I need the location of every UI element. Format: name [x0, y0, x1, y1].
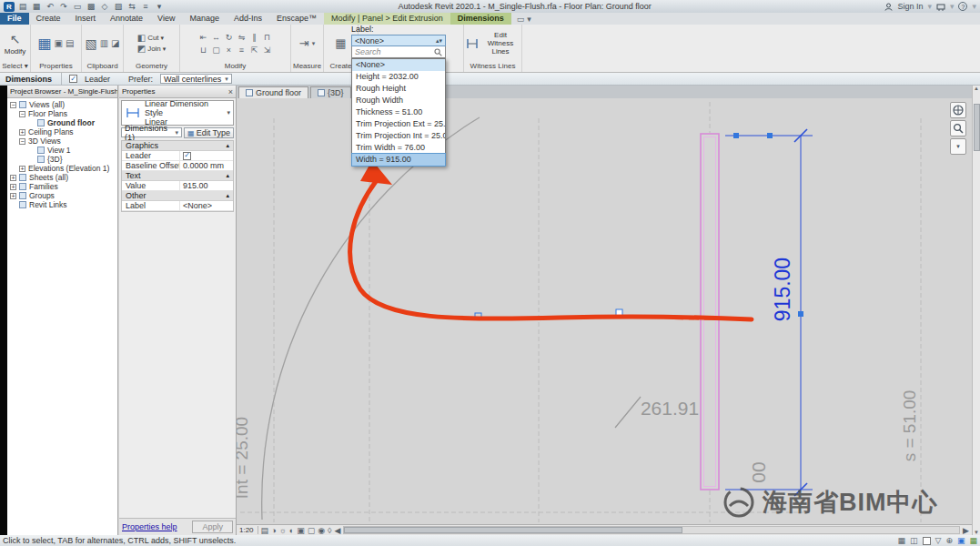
- tree-item-3d[interactable]: {3D}: [7, 155, 117, 164]
- navigation-options-button[interactable]: ▾: [950, 138, 966, 155]
- view-tab-ground-floor[interactable]: Ground floor: [238, 86, 308, 98]
- reveal-hidden-icon[interactable]: ◊: [328, 526, 331, 535]
- save-icon[interactable]: ▦: [31, 2, 42, 12]
- apply-button[interactable]: Apply: [192, 521, 233, 533]
- visual-style-icon[interactable]: ◑: [271, 526, 276, 535]
- tag-icon[interactable]: ◇: [99, 2, 110, 12]
- tree-item-revit-links[interactable]: Revit Links: [7, 200, 117, 209]
- move-icon[interactable]: ↔: [210, 31, 222, 43]
- baseline-offset-value[interactable]: 0.0000 mm: [180, 161, 233, 170]
- delete-icon[interactable]: ×: [223, 44, 235, 56]
- dropdown-item-rough-height[interactable]: Rough Height: [352, 83, 445, 95]
- dropdown-item-width[interactable]: Width = 915.00: [352, 154, 445, 166]
- drawing-area[interactable]: [237, 98, 972, 524]
- panel-label-clipboard[interactable]: Clipboard: [82, 62, 123, 72]
- close-icon[interactable]: ×: [228, 87, 233, 96]
- dropdown-item-thickness[interactable]: Thickness = 51.00: [352, 106, 445, 118]
- crop-view-icon[interactable]: ▣: [297, 526, 305, 535]
- caret-icon[interactable]: ▾: [950, 2, 955, 11]
- ribbon-collapse-icon[interactable]: ▾: [527, 15, 531, 24]
- tree-item-floor-plans[interactable]: −Floor Plans: [7, 109, 117, 118]
- open-icon[interactable]: ▤: [17, 2, 28, 12]
- panel-label-properties[interactable]: Properties: [31, 62, 81, 72]
- snap-toggle-icon[interactable]: ▦: [969, 536, 977, 545]
- 3d-view-icon[interactable]: ▨: [113, 2, 124, 12]
- detail-level-icon[interactable]: ▤: [261, 526, 269, 535]
- mirror-icon[interactable]: ⇋: [236, 31, 248, 43]
- tab-enscape[interactable]: Enscape™: [269, 13, 324, 25]
- scrollbar-thumb[interactable]: [974, 104, 980, 151]
- shadows-icon[interactable]: ◐: [289, 526, 294, 535]
- tab-insert[interactable]: Insert: [68, 13, 104, 25]
- dropdown-item-trim-int[interactable]: Trim Projection Int = 25.00: [352, 130, 445, 142]
- rotate-icon[interactable]: ↻: [223, 31, 235, 43]
- edit-type-button[interactable]: ▦ Edit Type: [184, 127, 234, 138]
- scroll-left-icon[interactable]: ◀: [335, 526, 341, 535]
- tab-manage[interactable]: Manage: [182, 13, 227, 25]
- offset-icon[interactable]: ⊔: [197, 44, 209, 56]
- tree-item-groups[interactable]: +Groups: [7, 191, 117, 200]
- scale-icon[interactable]: ⇱: [248, 44, 260, 56]
- exchange-store-icon[interactable]: [936, 3, 945, 11]
- dropdown-arrow-icon[interactable]: ▾: [227, 109, 230, 116]
- prefer-select[interactable]: Wall centerlines ▾: [160, 74, 232, 84]
- tree-item-ceiling-plans[interactable]: +Ceiling Plans: [7, 127, 117, 136]
- properties-icon[interactable]: ▦: [37, 35, 51, 52]
- panel-label-geometry[interactable]: Geometry: [124, 62, 179, 72]
- leader-property-checkbox[interactable]: ✓: [183, 152, 191, 160]
- dropdown-item-trim-ext[interactable]: Trim Projection Ext = 25.00: [352, 118, 445, 130]
- tree-item-ground-floor[interactable]: Ground floor: [7, 118, 117, 127]
- cut-geometry-button[interactable]: Cut: [147, 34, 158, 42]
- split-icon[interactable]: ∥: [248, 31, 260, 43]
- scroll-up-icon[interactable]: ▲: [974, 86, 979, 91]
- dimension-value-field[interactable]: 915.00: [180, 181, 233, 190]
- editable-only-checkbox[interactable]: [923, 537, 931, 545]
- leader-checkbox[interactable]: ✓: [69, 75, 77, 83]
- caret-icon[interactable]: ▾: [972, 2, 976, 11]
- dropdown-arrow-icon[interactable]: ▾: [312, 40, 316, 47]
- paste-icon[interactable]: ▧: [85, 36, 96, 51]
- tab-create[interactable]: Create: [29, 13, 68, 25]
- properties-header[interactable]: Properties ×: [119, 86, 236, 98]
- panel-label-modify[interactable]: Modify: [180, 62, 290, 72]
- label-combobox[interactable]: <None> ▴▾: [351, 35, 446, 46]
- dropdown-item-trim-width[interactable]: Trim Width = 76.00: [352, 142, 445, 154]
- family-category-icon[interactable]: ▤: [66, 38, 74, 48]
- tree-item-views[interactable]: −Views (all): [7, 100, 117, 109]
- tree-item-elevations[interactable]: +Elevations (Elevation 1): [7, 164, 117, 173]
- panel-label-witness[interactable]: Witness Lines: [464, 62, 521, 72]
- create-group-icon[interactable]: ▦: [335, 36, 346, 50]
- join-geometry-button[interactable]: Join: [147, 45, 161, 53]
- redo-icon[interactable]: ↷: [58, 2, 69, 12]
- scrollbar-thumb[interactable]: [344, 527, 682, 533]
- filter-icon[interactable]: ▽: [935, 536, 942, 545]
- panel-label-select[interactable]: Select ▾: [0, 62, 30, 72]
- type-selector[interactable]: Linear Dimension Style Linear ▾: [121, 100, 234, 126]
- crop-region-visibility-icon[interactable]: ▢: [308, 526, 316, 535]
- scroll-right-icon[interactable]: ▶: [963, 526, 969, 535]
- selection-toggle-icon[interactable]: ▣: [957, 536, 965, 545]
- dropdown-item-rough-width[interactable]: Rough Width: [352, 95, 445, 106]
- label-search-input[interactable]: Search: [351, 46, 446, 58]
- properties-help-link[interactable]: Properties help: [122, 522, 177, 531]
- modify-tool-button[interactable]: ↖ Modify: [1, 30, 30, 57]
- match-type-icon[interactable]: ◪: [111, 38, 119, 48]
- sign-in-link[interactable]: Sign In: [897, 2, 923, 11]
- array-icon[interactable]: ≡: [236, 44, 248, 56]
- qat-customize-icon[interactable]: ▾: [154, 2, 165, 12]
- trim-icon[interactable]: ⊓: [261, 31, 273, 43]
- select-count-icon[interactable]: ⊕: [945, 536, 953, 545]
- tab-view[interactable]: View: [150, 13, 182, 25]
- vertical-scrollbar[interactable]: ▲ ▼: [972, 86, 980, 535]
- tab-file[interactable]: File: [0, 13, 29, 25]
- section-graphics[interactable]: Graphics▴: [122, 141, 233, 151]
- worksharing-icon[interactable]: ▦: [897, 536, 905, 545]
- steering-wheel-button[interactable]: [950, 102, 966, 118]
- sun-path-icon[interactable]: ☼: [279, 526, 287, 535]
- view-tab-3d[interactable]: {3D}: [310, 86, 351, 98]
- label-value-field[interactable]: <None>: [180, 201, 233, 210]
- temporary-hide-isolate-icon[interactable]: ◉: [318, 526, 325, 535]
- tree-item-sheets[interactable]: +Sheets (all): [7, 173, 117, 182]
- section-icon[interactable]: ⇆: [126, 2, 137, 12]
- measure-icon[interactable]: ▩: [86, 2, 96, 12]
